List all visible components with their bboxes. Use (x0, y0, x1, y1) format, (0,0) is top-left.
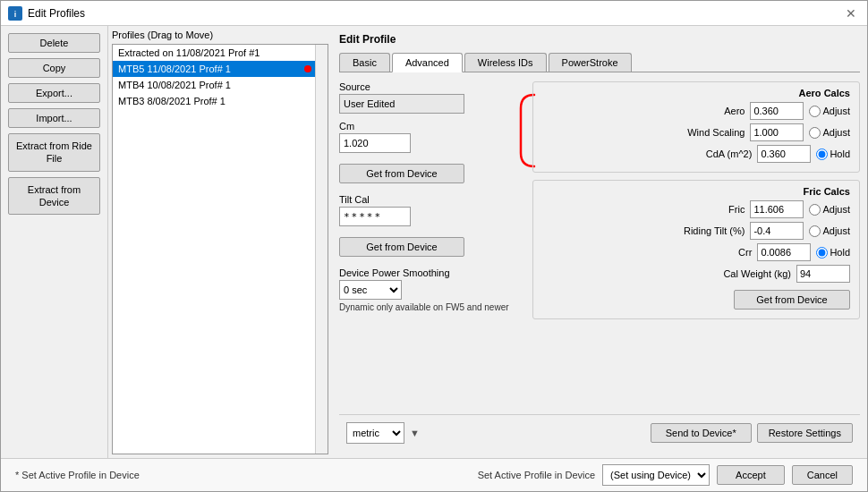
cal-weight-label: Cal Weight (kg) (719, 268, 791, 279)
fric-label: Fric (673, 204, 745, 215)
crr-row: Crr Hold (542, 243, 850, 261)
title-bar-left: i Edit Profiles (8, 6, 85, 21)
aero-adjust-radio[interactable]: Adjust (809, 106, 850, 117)
right-panel: Edit Profile Basic Advanced Wireless IDs… (332, 26, 867, 458)
cda-row: CdA (m^2) Hold (542, 145, 850, 163)
fric-input[interactable] (750, 200, 804, 218)
left-panel: Delete Copy Export... Import... Extract … (1, 26, 108, 458)
title-bar: i Edit Profiles ✕ (1, 1, 867, 26)
window-title: Edit Profiles (28, 7, 85, 20)
aero-row: Aero Adjust (542, 102, 850, 120)
extract-ride-button[interactable]: Extract from Ride File (8, 133, 100, 172)
crr-radio-group: Hold (816, 247, 850, 259)
profile-item-0[interactable]: Extracted on 11/08/2021 Prof #1 (113, 45, 328, 61)
list-scrollbar[interactable] (315, 45, 328, 454)
cda-label: CdA (m^2) (680, 148, 752, 159)
profiles-label: Profiles (Drag to Move) (112, 30, 328, 40)
cda-radio-group: Hold (816, 148, 850, 160)
cm-group: Cm (339, 121, 518, 153)
riding-tilt-input[interactable] (750, 222, 804, 240)
device-select[interactable]: (Set using Device) (602, 464, 710, 486)
restore-settings-button[interactable]: Restore Settings (757, 423, 853, 443)
fric-calcs-title: Fric Calcs (542, 186, 850, 197)
smoothing-select[interactable]: 0 sec 1 sec 3 sec (339, 280, 402, 300)
profile-name-3: MTB3 8/08/2021 Prof# 1 (118, 96, 226, 106)
tab-basic[interactable]: Basic (339, 53, 390, 72)
cda-input[interactable] (757, 145, 811, 163)
bottom-left: metric imperial ▼ (346, 422, 420, 444)
tab-wireless-ids[interactable]: Wireless IDs (464, 53, 547, 72)
fric-row: Fric Adjust (542, 200, 850, 218)
profile-item-2[interactable]: MTB4 10/08/2021 Prof# 1 (113, 77, 328, 93)
profiles-list[interactable]: Extracted on 11/08/2021 Prof #1 MTB5 11/… (112, 44, 328, 454)
cm-input[interactable] (339, 133, 411, 153)
crr-hold-radio[interactable]: Hold (816, 247, 850, 259)
aero-input[interactable] (750, 102, 804, 120)
get-from-device-button-3[interactable]: Get from Device (734, 290, 850, 310)
cal-weight-input[interactable] (796, 265, 850, 283)
bottom-bar: metric imperial ▼ Send to Device* Restor… (339, 414, 860, 451)
aero-radio-group: Adjust (809, 106, 850, 117)
fric-section: Fric Calcs Fric Adjust (532, 180, 860, 319)
source-input[interactable] (339, 94, 464, 114)
profile-item-3[interactable]: MTB3 8/08/2021 Prof# 1 (113, 93, 328, 109)
edit-content: Source Cm Get from Device Tilt Cal Get f… (339, 81, 860, 414)
accept-button[interactable]: Accept (717, 465, 785, 485)
app-icon: i (8, 6, 22, 21)
riding-tilt-adjust-radio[interactable]: Adjust (809, 225, 850, 237)
smoothing-row: 0 sec 1 sec 3 sec (339, 280, 518, 300)
main-window: i Edit Profiles ✕ Delete Copy Export... … (0, 0, 868, 492)
get-from-device-button-1[interactable]: Get from Device (339, 164, 464, 183)
cancel-button[interactable]: Cancel (792, 465, 853, 485)
profile-item-1[interactable]: MTB5 11/08/2021 Prof# 1 (113, 61, 328, 77)
wind-scaling-label: Wind Scaling (673, 127, 745, 138)
dropdown-arrow-icon: ▼ (410, 428, 420, 438)
edit-profile-title: Edit Profile (339, 33, 860, 46)
riding-tilt-radio-group: Adjust (809, 225, 850, 237)
source-label: Source (339, 81, 518, 92)
cm-label: Cm (339, 121, 518, 131)
extract-device-button[interactable]: Extract from Device (8, 177, 100, 216)
wind-adjust-radio[interactable]: Adjust (809, 127, 850, 139)
footer-bar: * Set Active Profile in Device Set Activ… (1, 458, 867, 491)
wind-row: Wind Scaling Adjust (542, 123, 850, 141)
profile-name-1: MTB5 11/08/2021 Prof# 1 (118, 64, 231, 74)
profile-name-0: Extracted on 11/08/2021 Prof #1 (118, 47, 260, 58)
tab-powerstroke[interactable]: PowerStroke (549, 53, 632, 72)
center-panel: Profiles (Drag to Move) Extracted on 11/… (108, 26, 332, 458)
left-edit-column: Source Cm Get from Device Tilt Cal Get f… (339, 81, 518, 414)
tilt-cal-input[interactable] (339, 207, 411, 226)
aero-calcs-title: Aero Calcs (542, 88, 850, 98)
fric-radio-group: Adjust (809, 204, 850, 216)
red-indicator (304, 65, 311, 72)
main-content: Delete Copy Export... Import... Extract … (1, 26, 867, 458)
crr-input[interactable] (757, 243, 811, 261)
set-active-label: Set Active Profile in Device (478, 470, 595, 480)
fric-adjust-radio[interactable]: Adjust (809, 204, 850, 216)
riding-tilt-label: Riding Tilt (%) (673, 225, 745, 236)
copy-button[interactable]: Copy (8, 58, 100, 78)
cda-hold-radio[interactable]: Hold (816, 148, 850, 160)
wind-input[interactable] (750, 123, 804, 141)
right-edit-inner: Aero Calcs Aero Adjust (532, 81, 860, 319)
source-group: Source (339, 81, 518, 114)
import-button[interactable]: Import... (8, 108, 100, 128)
tab-advanced[interactable]: Advanced (392, 53, 463, 72)
metric-select[interactable]: metric imperial (346, 422, 404, 444)
export-button[interactable]: Export... (8, 83, 100, 103)
delete-button[interactable]: Delete (8, 33, 100, 53)
get-from-device-button-2[interactable]: Get from Device (339, 237, 464, 257)
send-to-device-button[interactable]: Send to Device* (651, 423, 752, 443)
smoothing-note: Dynamic only available on FW5 and newer (339, 301, 518, 313)
wind-radio-group: Adjust (809, 127, 850, 139)
tilt-cal-label: Tilt Cal (339, 194, 518, 205)
svg-text:i: i (14, 10, 17, 19)
bottom-center: Send to Device* Restore Settings (651, 423, 853, 443)
cal-weight-row: Cal Weight (kg) (542, 265, 850, 283)
profile-name-2: MTB4 10/08/2021 Prof# 1 (118, 80, 231, 90)
close-button[interactable]: ✕ (842, 4, 860, 22)
smoothing-group: Device Power Smoothing 0 sec 1 sec 3 sec… (339, 267, 518, 313)
crr-label: Crr (680, 247, 752, 258)
footer-note: * Set Active Profile in Device (15, 470, 140, 480)
aero-section: Aero Calcs Aero Adjust (532, 81, 860, 173)
